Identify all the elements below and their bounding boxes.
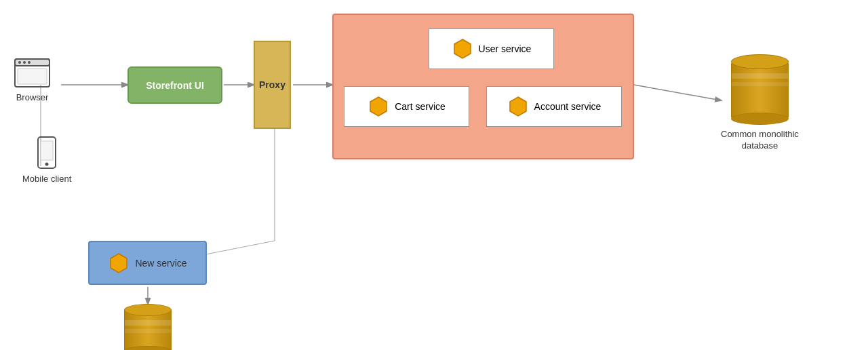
svg-marker-19 xyxy=(370,97,387,116)
svg-point-17 xyxy=(45,163,49,166)
new-service-db-node xyxy=(124,304,172,350)
storefront-node[interactable]: Storefront UI xyxy=(127,66,222,104)
cart-service-hex-icon xyxy=(368,96,389,117)
new-service-label: New service xyxy=(135,258,186,269)
svg-line-5 xyxy=(195,241,275,256)
svg-marker-21 xyxy=(111,254,127,273)
browser-label: Browser xyxy=(16,92,49,104)
svg-rect-14 xyxy=(18,69,47,84)
svg-point-11 xyxy=(18,61,21,64)
user-service-hex-icon xyxy=(452,38,473,60)
proxy-label: Proxy xyxy=(259,79,285,90)
svg-point-13 xyxy=(28,61,31,64)
main-db-label: Common monolithic database xyxy=(721,129,799,152)
svg-marker-20 xyxy=(510,97,526,116)
main-db-node: Common monolithic database xyxy=(721,54,799,152)
mobile-label: Mobile client xyxy=(22,174,71,185)
services-area: User service Cart service Account servic… xyxy=(332,14,634,159)
user-service-node[interactable]: User service xyxy=(429,28,554,69)
svg-line-6 xyxy=(634,85,721,100)
cart-service-label: Cart service xyxy=(395,101,446,112)
diagram-container: Browser Mobile client Storefront UI Prox… xyxy=(0,0,868,350)
account-service-node[interactable]: Account service xyxy=(486,86,622,127)
proxy-node[interactable]: Proxy xyxy=(254,41,291,129)
storefront-label: Storefront UI xyxy=(146,80,204,91)
browser-icon xyxy=(14,58,51,88)
account-service-hex-icon xyxy=(507,96,529,117)
cart-service-node[interactable]: Cart service xyxy=(344,86,469,127)
browser-node: Browser xyxy=(14,58,51,104)
svg-rect-16 xyxy=(41,141,53,160)
new-service-hex-icon xyxy=(108,252,130,274)
svg-point-12 xyxy=(23,61,26,64)
user-service-label: User service xyxy=(479,43,532,54)
mobile-node: Mobile client xyxy=(22,136,71,185)
mobile-icon xyxy=(37,136,57,170)
account-service-label: Account service xyxy=(534,101,601,112)
svg-marker-18 xyxy=(454,39,471,58)
new-service-node[interactable]: New service xyxy=(88,241,207,285)
